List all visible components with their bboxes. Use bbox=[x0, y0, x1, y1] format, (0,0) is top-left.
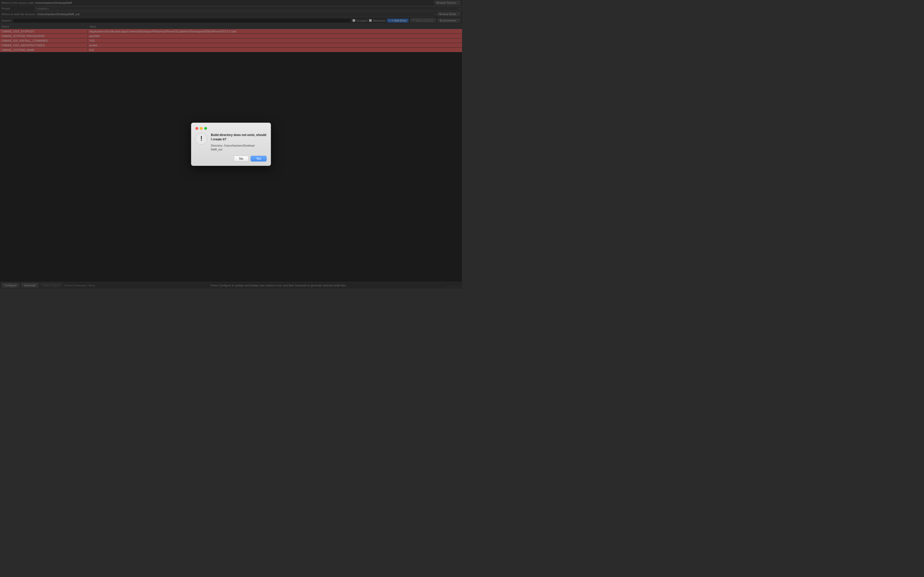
warning-icon: ! bbox=[195, 133, 207, 145]
dialog-content: ! Build directory does not exist, should… bbox=[195, 133, 267, 152]
dialog-overlay: ! Build directory does not exist, should… bbox=[0, 0, 462, 288]
svg-text:!: ! bbox=[200, 134, 203, 142]
dialog-no-button[interactable]: No bbox=[234, 156, 249, 161]
traffic-light-minimize[interactable] bbox=[200, 127, 203, 130]
dialog-yes-button[interactable]: Yes bbox=[250, 156, 267, 161]
traffic-light-maximize[interactable] bbox=[204, 127, 207, 130]
dialog-title: Build directory does not exist, should I… bbox=[211, 133, 267, 142]
traffic-light-close[interactable] bbox=[195, 127, 198, 130]
dialog-body-text: Directory: /Users/hackerx/Desktop/libtif… bbox=[211, 144, 255, 151]
dialog-buttons: No Yes bbox=[195, 156, 267, 161]
dialog: ! Build directory does not exist, should… bbox=[191, 122, 271, 166]
dialog-text-area: Build directory does not exist, should I… bbox=[211, 133, 267, 152]
dialog-titlebar bbox=[195, 127, 267, 130]
dialog-body: Directory: /Users/hackerx/Desktop/libtif… bbox=[211, 144, 267, 152]
